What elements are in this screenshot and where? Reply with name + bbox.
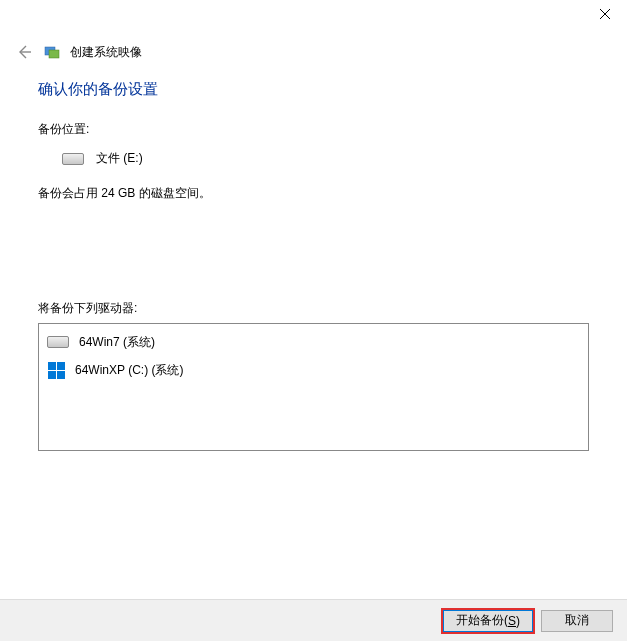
drives-list-label: 将备份下列驱动器: bbox=[38, 300, 589, 317]
wizard-footer: 开始备份(S) 取消 bbox=[0, 599, 627, 641]
wizard-header: 创建系统映像 bbox=[0, 38, 627, 66]
titlebar bbox=[0, 0, 627, 28]
drive-name: 64WinXP (C:) (系统) bbox=[75, 362, 183, 379]
window-close-button[interactable] bbox=[582, 0, 627, 28]
system-image-icon bbox=[44, 44, 60, 60]
svg-rect-4 bbox=[49, 50, 59, 58]
wizard-title: 创建系统映像 bbox=[70, 44, 142, 61]
backup-location-label: 备份位置: bbox=[38, 121, 589, 138]
cancel-button[interactable]: 取消 bbox=[541, 610, 613, 632]
hard-drive-icon bbox=[62, 153, 84, 165]
drive-row: 64Win7 (系统) bbox=[47, 330, 580, 354]
back-button[interactable] bbox=[14, 42, 34, 62]
drives-list: 64Win7 (系统) 64WinXP (C:) (系统) bbox=[38, 323, 589, 451]
backup-size-info: 备份会占用 24 GB 的磁盘空间。 bbox=[38, 185, 589, 202]
page-heading: 确认你的备份设置 bbox=[38, 80, 589, 99]
start-backup-button[interactable]: 开始备份(S) bbox=[443, 610, 533, 632]
drive-name: 64Win7 (系统) bbox=[79, 334, 155, 351]
close-icon bbox=[600, 9, 610, 19]
backup-target-name: 文件 (E:) bbox=[96, 150, 143, 167]
windows-logo-icon bbox=[47, 361, 65, 379]
drive-row: 64WinXP (C:) (系统) bbox=[47, 358, 580, 382]
hard-drive-icon bbox=[47, 336, 69, 348]
backup-target-row: 文件 (E:) bbox=[38, 150, 589, 167]
arrow-left-icon bbox=[16, 44, 32, 60]
content-area: 确认你的备份设置 备份位置: 文件 (E:) 备份会占用 24 GB 的磁盘空间… bbox=[38, 80, 589, 591]
